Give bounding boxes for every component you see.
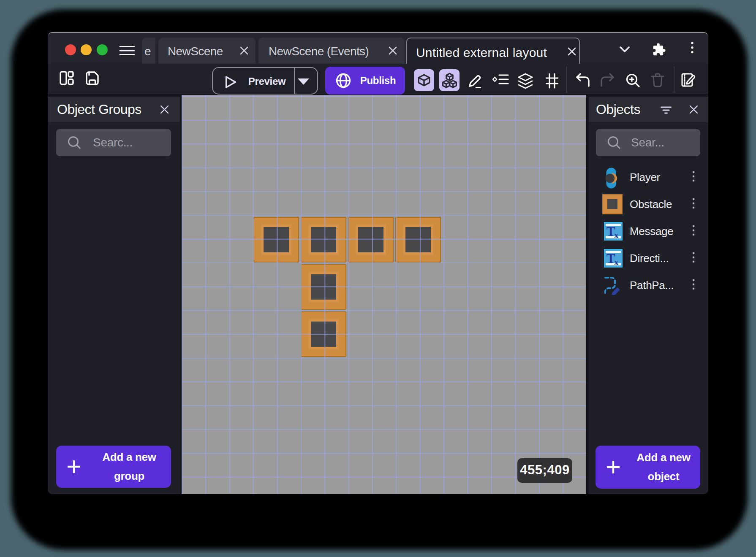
svg-text:x: x [614,230,619,240]
svg-text:x: x [614,257,619,267]
